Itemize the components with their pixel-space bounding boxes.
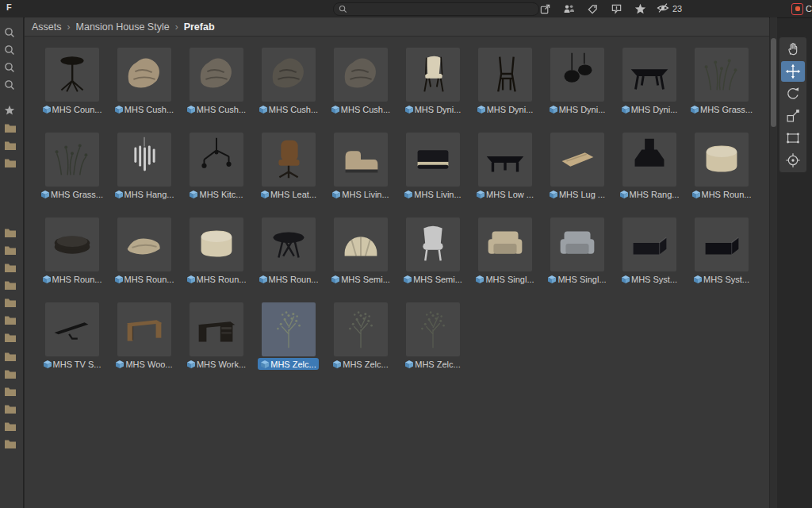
external-window-icon[interactable] [538,2,552,16]
asset-item[interactable]: MHS Zelc... [396,302,469,387]
asset-item[interactable]: MHS Roun... [685,133,757,217]
asset-thumbnail[interactable] [190,217,243,271]
asset-thumbnail[interactable] [622,133,676,187]
asset-item[interactable]: MHS Grass... [685,48,757,133]
asset-item[interactable]: MHS Cush... [180,48,252,133]
asset-thumbnail[interactable] [334,48,388,102]
folder-icon[interactable] [4,421,23,432]
folder-icon[interactable] [4,297,23,308]
asset-thumbnail[interactable] [262,48,316,102]
asset-item[interactable]: MHS Coun... [36,48,108,133]
folder-icon[interactable] [4,314,23,325]
asset-item[interactable]: MHS Singl... [469,217,541,302]
asset-item[interactable]: MHS Syst... [685,217,757,302]
folder-icon[interactable] [4,351,23,362]
asset-thumbnail[interactable] [478,133,532,187]
asset-item[interactable]: MHS Lug ... [541,133,613,217]
asset-item[interactable]: MHS Roun... [36,217,108,302]
asset-item[interactable]: MHS Leat... [252,133,324,217]
asset-item[interactable]: MHS Dyni... [469,48,541,133]
asset-thumbnail[interactable] [334,217,388,271]
breadcrumb-item[interactable]: Assets [32,21,62,33]
asset-thumbnail[interactable] [262,217,316,271]
collab-people-icon[interactable] [561,2,576,16]
asset-thumbnail[interactable] [190,133,243,187]
saved-search-icon[interactable] [4,44,23,56]
folder-icon[interactable] [4,438,23,449]
asset-item[interactable]: MHS Cush... [324,48,396,133]
move-tool[interactable] [781,61,805,82]
asset-thumbnail[interactable] [190,302,243,356]
asset-thumbnail[interactable] [334,302,388,356]
star-icon[interactable] [633,2,647,16]
asset-thumbnail[interactable] [550,133,604,187]
asset-thumbnail[interactable] [622,48,676,102]
saved-search-icon[interactable] [4,27,23,38]
asset-item[interactable]: MHS Cush... [252,48,324,133]
asset-item[interactable]: MHS Dyni... [541,48,613,133]
asset-item[interactable]: MHS Zelc... [252,302,324,387]
asset-thumbnail[interactable] [406,302,460,356]
asset-item[interactable]: MHS Singl... [541,217,613,302]
asset-thumbnail[interactable] [262,302,316,356]
alert-bubble-icon[interactable] [609,2,623,16]
asset-item[interactable]: MHS Livin... [396,133,469,217]
asset-item[interactable]: MHS Zelc... [324,302,396,387]
asset-thumbnail[interactable] [45,48,99,102]
asset-thumbnail[interactable] [117,302,171,356]
asset-item[interactable]: MHS Roun... [252,217,324,302]
asset-item[interactable]: MHS Dyni... [613,48,685,133]
asset-thumbnail[interactable] [622,217,676,271]
folder-icon[interactable] [4,386,23,397]
record-indicator[interactable]: C [791,2,812,16]
asset-item[interactable]: MHS Cush... [108,48,180,133]
asset-item[interactable]: MHS Semi... [396,217,469,302]
asset-thumbnail[interactable] [190,48,243,102]
rect-tool[interactable] [781,128,805,148]
asset-thumbnail[interactable] [695,217,749,271]
asset-thumbnail[interactable] [117,48,171,102]
search-field[interactable] [333,2,539,16]
folder-icon[interactable] [4,157,23,168]
asset-item[interactable]: MHS Roun... [108,217,180,302]
asset-thumbnail[interactable] [550,48,604,102]
asset-thumbnail[interactable] [550,217,604,271]
asset-thumbnail[interactable] [45,217,99,271]
vertical-scrollbar[interactable] [770,17,777,508]
asset-thumbnail[interactable] [695,48,749,102]
transform-tool[interactable] [781,150,805,171]
hand-tool[interactable] [781,39,805,60]
scene-visibility-indicator[interactable]: 23 [657,2,682,15]
saved-search-icon[interactable] [4,62,23,73]
search-input[interactable] [350,4,534,15]
asset-thumbnail[interactable] [478,48,532,102]
asset-thumbnail[interactable] [45,133,99,187]
asset-item[interactable]: MHS Woo... [108,302,180,387]
folder-icon[interactable] [4,403,23,414]
folder-icon[interactable] [4,262,23,273]
saved-search-icon[interactable] [4,79,23,90]
asset-thumbnail[interactable] [262,133,316,187]
folder-icon[interactable] [4,140,23,151]
asset-item[interactable]: MHS Dyni... [396,48,469,133]
asset-item[interactable]: MHS Roun... [180,217,252,302]
asset-item[interactable]: MHS Low ... [469,133,541,217]
folder-icon[interactable] [4,122,23,133]
asset-thumbnail[interactable] [117,217,171,271]
asset-thumbnail[interactable] [406,48,460,102]
breadcrumb-item[interactable]: Mansion House Style [76,21,170,33]
asset-thumbnail[interactable] [478,217,532,271]
breadcrumb-item[interactable]: Prefab [184,21,215,33]
scrollbar-thumb[interactable] [771,38,776,127]
asset-item[interactable]: MHS Grass... [36,133,108,217]
asset-item[interactable]: MHS Rang... [613,133,685,217]
asset-item[interactable]: MHS Livin... [324,133,396,217]
folder-icon[interactable] [4,332,23,343]
asset-item[interactable]: MHS Kitc... [180,133,252,217]
folder-icon[interactable] [4,368,23,379]
tag-icon[interactable] [585,2,599,16]
asset-item[interactable]: MHS Syst... [613,217,685,302]
asset-item[interactable]: MHS Hang... [108,133,180,217]
rotate-tool[interactable] [781,83,805,104]
asset-thumbnail[interactable] [334,133,388,187]
